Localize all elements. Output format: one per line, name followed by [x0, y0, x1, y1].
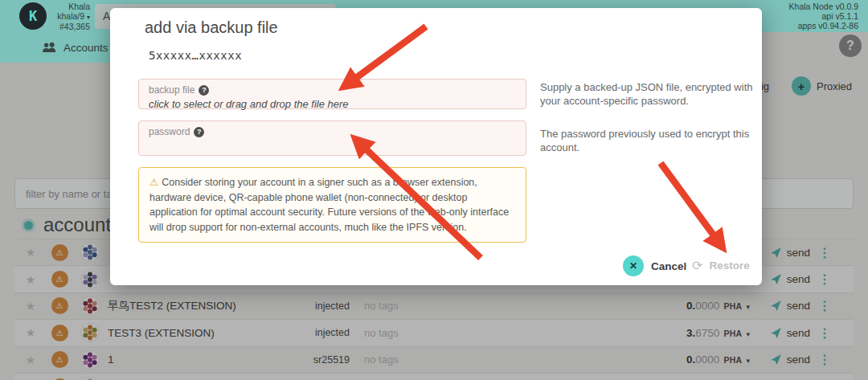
backup-file-help-text: Supply a backed-up JSON file, encrypted … — [540, 80, 755, 108]
cancel-label: Cancel — [651, 260, 686, 272]
help-tooltip-icon[interactable]: ? — [199, 85, 209, 96]
password-label: password — [149, 126, 190, 137]
apps-version: apps v0.94.2-86 — [789, 22, 858, 31]
sync-icon: ⟳ — [692, 258, 702, 273]
tab-accounts[interactable]: Accounts — [42, 32, 108, 63]
api-version: api v5.1.1 — [789, 12, 858, 22]
warning-text: Consider storing your account in a signe… — [149, 177, 509, 233]
external-signer-warning: ⚠Consider storing your account in a sign… — [138, 167, 526, 243]
backup-file-dropzone[interactable]: backup file ? click to select or drag an… — [138, 79, 526, 109]
password-help-text: The password previously used to encrypt … — [540, 127, 755, 154]
chevron-down-icon: ▾ — [87, 14, 90, 21]
users-icon — [42, 42, 56, 54]
backup-file-label: backup file — [149, 84, 194, 96]
restore-label: Restore — [709, 259, 749, 272]
khala-logo[interactable]: K — [19, 2, 47, 30]
help-tooltip-icon[interactable]: ? — [194, 127, 204, 137]
modal-title: add via backup file — [145, 18, 278, 37]
warning-triangle-icon: ⚠ — [149, 177, 158, 188]
account-address-placeholder: 5xxxxx…xxxxxx — [149, 49, 242, 62]
password-field[interactable]: password ? — [138, 121, 526, 156]
chain-selector[interactable]: Khala khala/9 ▾ #43,365 — [47, 2, 90, 31]
tab-accounts-label: Accounts — [63, 42, 108, 54]
cancel-button[interactable]: ✕ Cancel — [623, 255, 686, 276]
node-version-info: Khala Node v0.0.9 api v5.1.1 apps v0.94.… — [789, 2, 858, 31]
chain-endpoint: khala/9 ▾ — [47, 12, 90, 22]
close-icon: ✕ — [623, 255, 644, 276]
restore-button[interactable]: ⟳ Restore — [692, 258, 750, 273]
block-number: #43,365 — [47, 22, 90, 32]
backup-file-placeholder: click to select or drag and drop the fil… — [149, 98, 516, 110]
restore-json-modal: add via backup file 5xxxxx…xxxxxx backup… — [110, 8, 762, 285]
